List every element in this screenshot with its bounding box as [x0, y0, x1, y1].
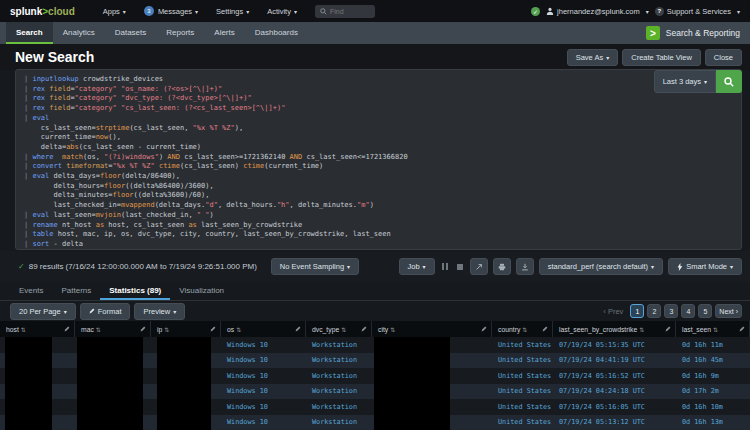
appbar-tab-reports[interactable]: Reports	[156, 22, 204, 44]
cell-last_seen_by_crowdstrike[interactable]: 07/19/24 05:13:12 UTC	[553, 415, 676, 430]
nav-activity-menu[interactable]: Activity ▾	[267, 7, 297, 16]
column-header-mac[interactable]: mac⇅	[75, 321, 151, 337]
cell-last_seen[interactable]: 0d 16h 10m	[676, 399, 750, 415]
column-header-ip[interactable]: ip⇅	[151, 321, 221, 337]
pause-job-button[interactable]	[442, 263, 448, 270]
per-page-button[interactable]: 20 Per Page ▾	[10, 303, 76, 320]
column-header-host[interactable]: host⇅	[0, 321, 75, 337]
search-query-editor[interactable]: | inputlookup crowdstrike_devices| rex f…	[15, 69, 742, 250]
results-tab-visualization[interactable]: Visualization	[170, 282, 233, 300]
close-button[interactable]: Close	[705, 49, 742, 66]
create-table-view-button[interactable]: Create Table View	[622, 49, 701, 66]
appbar-tab-search[interactable]: Search	[6, 22, 53, 44]
cell-os[interactable]: Windows 10	[221, 415, 306, 430]
cell-dvc_type[interactable]: Workstation	[306, 399, 372, 415]
query-token: "dvc_type: (?<dvc_type>[^\|]+)"	[121, 94, 252, 102]
query-token: AND	[290, 153, 303, 161]
cell-os[interactable]: Windows 10	[221, 337, 306, 353]
export-job-button[interactable]	[516, 258, 534, 275]
page-button-5[interactable]: 5	[698, 304, 712, 318]
app-nav-bar: SearchAnalyticsDatasetsReportsAlertsDash…	[0, 22, 750, 44]
cell-last_seen[interactable]: 0d 16h 11m	[676, 337, 750, 353]
column-header-last_seen_by_crowdstrike[interactable]: last_seen_by_crowdstrike⇅	[553, 321, 676, 337]
column-header-os[interactable]: os⇅	[221, 321, 306, 337]
nav-settings-menu[interactable]: Settings ▾	[216, 7, 249, 16]
query-line-4: | rex field="category" "cs_last_seen: (?…	[24, 104, 741, 114]
cell-last_seen[interactable]: 0d 17h 2m	[676, 384, 750, 400]
cell-country[interactable]: United States	[492, 399, 553, 415]
appbar-tab-datasets[interactable]: Datasets	[105, 22, 157, 44]
cell-dvc_type[interactable]: Workstation	[306, 337, 372, 353]
job-status-bar: ✓ 89 results (7/16/24 12:00:00.000 AM to…	[0, 251, 750, 282]
query-token: eval	[32, 114, 49, 122]
event-sampling-button[interactable]: No Event Sampling ▾	[271, 258, 359, 275]
cell-dvc_type[interactable]: Workstation	[306, 353, 372, 369]
cell-last_seen_by_crowdstrike[interactable]: 07/19/24 04:41:19 UTC	[553, 353, 676, 369]
query-line-1: | inputlookup crowdstrike_devices	[24, 75, 741, 85]
run-search-button[interactable]	[716, 70, 742, 93]
print-icon	[498, 263, 506, 271]
query-line-11: | eval delta_days=floor(delta/86400),	[24, 172, 741, 182]
page-button-2[interactable]: 2	[647, 304, 661, 318]
cell-dvc_type[interactable]: Workstation	[306, 415, 372, 430]
cell-dvc_type[interactable]: Workstation	[306, 384, 372, 400]
page-button-4[interactable]: 4	[681, 304, 695, 318]
cell-last_seen_by_crowdstrike[interactable]: 07/19/24 05:16:52 UTC	[553, 368, 676, 384]
share-job-button[interactable]	[470, 258, 488, 275]
stop-job-button[interactable]	[457, 264, 463, 270]
cell-os[interactable]: Windows 10	[221, 384, 306, 400]
cell-dvc_type[interactable]: Workstation	[306, 368, 372, 384]
splunk-cloud-logo[interactable]: splunk>cloud	[10, 6, 75, 17]
health-status-icon[interactable]: ✓	[531, 7, 540, 16]
time-range-button[interactable]: Last 3 days ▾	[654, 70, 716, 93]
page-title: New Search	[15, 49, 94, 65]
job-menu-button[interactable]: Job ▾	[399, 258, 435, 275]
print-job-button[interactable]	[493, 258, 511, 275]
smart-mode-button[interactable]: Smart Mode ▾	[668, 258, 742, 275]
find-input[interactable]	[330, 8, 370, 15]
query-token: floor	[113, 191, 134, 199]
cell-last_seen[interactable]: 0d 16h 45m	[676, 353, 750, 369]
column-header-country[interactable]: country⇅	[492, 321, 553, 337]
cell-os[interactable]: Windows 10	[221, 368, 306, 384]
find-search-box[interactable]	[315, 5, 375, 18]
cell-last_seen[interactable]: 0d 16h 9m	[676, 368, 750, 384]
cell-last_seen_by_crowdstrike[interactable]: 07/19/24 04:24:18 UTC	[553, 384, 676, 400]
results-tab-statistics-89[interactable]: Statistics (89)	[100, 282, 170, 300]
nav-apps-menu[interactable]: Apps ▾	[103, 7, 126, 16]
column-header-last_seen[interactable]: last_seen⇅	[676, 321, 750, 337]
column-header-dvc_type[interactable]: dvc_type⇅	[306, 321, 372, 337]
appbar-tab-analytics[interactable]: Analytics	[53, 22, 105, 44]
cell-last_seen_by_crowdstrike[interactable]: 07/19/24 05:16:05 UTC	[553, 399, 676, 415]
page-button-3[interactable]: 3	[664, 304, 678, 318]
cell-os[interactable]: Windows 10	[221, 353, 306, 369]
results-tab-events[interactable]: Events	[10, 282, 52, 300]
column-label: last_seen⇅	[682, 326, 718, 333]
search-mode-config-button[interactable]: standard_perf (search default) ▾	[539, 258, 664, 275]
save-as-button[interactable]: Save As ▾	[567, 49, 619, 66]
query-token: field	[49, 104, 70, 112]
preview-button[interactable]: Preview ▾	[134, 303, 185, 320]
column-header-city[interactable]: city⇅	[372, 321, 492, 337]
results-tab-patterns[interactable]: Patterns	[52, 282, 100, 300]
cell-last_seen[interactable]: 0d 16h 13m	[676, 415, 750, 430]
appbar-tab-dashboards[interactable]: Dashboards	[245, 22, 308, 44]
caret-down-icon: ▾	[246, 8, 249, 15]
page-button-1[interactable]: 1	[630, 304, 644, 318]
appbar-tab-alerts[interactable]: Alerts	[204, 22, 244, 44]
export-download-icon	[521, 263, 529, 271]
cell-country[interactable]: United States	[492, 337, 553, 353]
next-page-button[interactable]: Next ›	[715, 304, 742, 318]
prev-page-button[interactable]: ‹ Prev	[603, 307, 623, 316]
query-token: last_seen=	[49, 211, 95, 219]
cell-country[interactable]: United States	[492, 384, 553, 400]
nav-messages-menu[interactable]: 3 Messages ▾	[144, 6, 198, 16]
cell-country[interactable]: United States	[492, 353, 553, 369]
cell-country[interactable]: United States	[492, 368, 553, 384]
cell-country[interactable]: United States	[492, 415, 553, 430]
support-menu[interactable]: ? Support & Services ▾	[655, 7, 740, 16]
cell-last_seen_by_crowdstrike[interactable]: 07/19/24 05:15:35 UTC	[553, 337, 676, 353]
cell-os[interactable]: Windows 10	[221, 399, 306, 415]
user-menu[interactable]: jhernandez@splunk.com ▾	[546, 7, 649, 16]
format-button[interactable]: Format	[80, 303, 131, 320]
